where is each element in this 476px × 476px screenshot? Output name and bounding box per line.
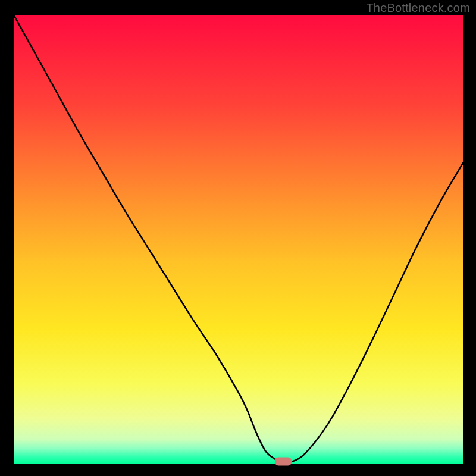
plot-background bbox=[14, 15, 463, 464]
chart-container: TheBottleneck.com bbox=[0, 0, 476, 476]
watermark-text: TheBottleneck.com bbox=[366, 1, 470, 15]
optimal-point-marker bbox=[275, 458, 292, 466]
chart-svg bbox=[0, 0, 476, 476]
